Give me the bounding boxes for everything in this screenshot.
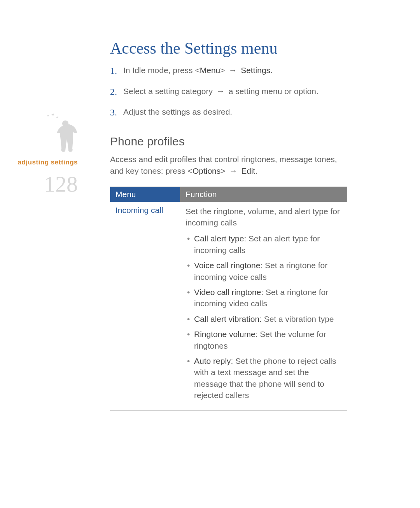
function-summary: Set the ringtone, volume, and alert type…	[186, 206, 344, 229]
step-number: 1.	[110, 65, 123, 78]
list-item: Call alert vibration: Set a vibration ty…	[186, 313, 344, 325]
menu-cell: Incoming call	[110, 206, 180, 405]
function-bullets: Call alert type: Set an alert type for i…	[186, 233, 344, 401]
step-text: Select a setting category → a setting me…	[123, 86, 318, 99]
silhouette-icon	[43, 113, 78, 155]
main-content: Access the Settings menu 1. In Idle mode…	[110, 39, 347, 411]
function-cell: Set the ringtone, volume, and alert type…	[180, 206, 347, 405]
page-number: 128	[0, 173, 78, 196]
col-header-function: Function	[180, 187, 347, 202]
arrow-icon: →	[229, 165, 237, 177]
col-header-menu: Menu	[110, 187, 180, 202]
edit-label: Edit	[241, 166, 255, 175]
arrow-icon: →	[217, 86, 225, 97]
sidebar-section-label: adjusting settings	[0, 159, 78, 166]
section-intro: Access and edit profiles that control ri…	[110, 154, 347, 177]
page-title: Access the Settings menu	[110, 39, 347, 58]
steps-list: 1. In Idle mode, press <Menu> → Settings…	[110, 65, 347, 119]
step-3: 3. Adjust the settings as desired.	[110, 106, 347, 119]
step-number: 3.	[110, 106, 123, 119]
settings-label: Settings	[241, 66, 270, 75]
list-item: Video call ringtone: Set a ringtone for …	[186, 286, 344, 309]
table-row: Incoming call Set the ringtone, volume, …	[110, 202, 347, 411]
options-key-label: Options	[192, 166, 220, 175]
list-item: Call alert type: Set an alert type for i…	[186, 233, 344, 256]
list-item: Auto reply: Set the phone to reject call…	[186, 355, 344, 401]
arrow-icon: →	[229, 65, 237, 76]
table-header-row: Menu Function	[110, 187, 347, 202]
section-heading: Phone profiles	[110, 135, 347, 148]
step-number: 2.	[110, 86, 123, 99]
step-2: 2. Select a setting category → a setting…	[110, 86, 347, 99]
step-1: 1. In Idle mode, press <Menu> → Settings…	[110, 65, 347, 78]
page: adjusting settings 128 Access the Settin…	[0, 0, 420, 508]
list-item: Ringtone volume: Set the volume for ring…	[186, 328, 344, 351]
menu-key-label: Menu	[200, 66, 220, 75]
step-text: In Idle mode, press <Menu> → Settings.	[123, 65, 273, 78]
list-item: Voice call ringtone: Set a ringtone for …	[186, 260, 344, 283]
step-text: Adjust the settings as desired.	[123, 106, 232, 119]
settings-table: Menu Function Incoming call Set the ring…	[110, 187, 347, 411]
